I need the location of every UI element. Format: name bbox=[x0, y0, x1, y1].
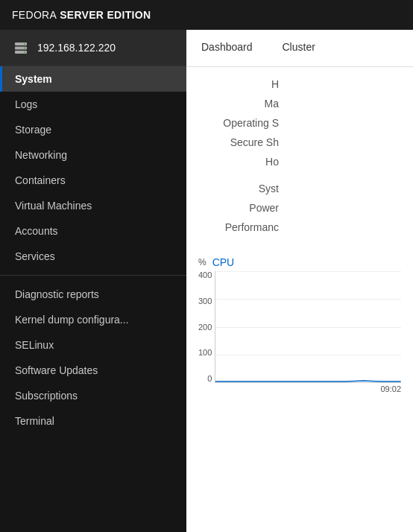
cpu-line-svg bbox=[215, 271, 401, 382]
hostname2-label: Ho bbox=[198, 156, 288, 168]
os-label: Operating S bbox=[198, 117, 288, 129]
sidebar-item-kernel-dump[interactable]: Kernel dump configura... bbox=[0, 307, 186, 332]
sidebar-item-subscriptions[interactable]: Subscriptions bbox=[0, 383, 186, 408]
fedora-text: FEDORA bbox=[12, 9, 57, 21]
sidebar-item-selinux[interactable]: SELinux bbox=[0, 332, 186, 358]
cpu-chart-section: % CPU 400 300 200 100 0 bbox=[186, 249, 413, 393]
system-info-panel: H Ma Operating S Secure Sh Ho bbox=[186, 67, 413, 244]
tab-cluster[interactable]: Cluster bbox=[268, 30, 330, 66]
sidebar-item-software-updates[interactable]: Software Updates bbox=[0, 358, 186, 383]
y-label-100: 100 bbox=[198, 349, 212, 357]
system-label-right: Syst bbox=[198, 183, 288, 194]
x-axis-labels: 09:02 bbox=[198, 384, 401, 393]
svg-point-4 bbox=[24, 48, 25, 49]
top-header: FEDORA SERVER EDITION bbox=[0, 0, 413, 30]
server-selector[interactable]: 192.168.122.220 bbox=[0, 30, 186, 66]
sidebar-item-containers[interactable]: Containers bbox=[0, 168, 186, 193]
info-row-ssh: Secure Sh bbox=[186, 133, 413, 152]
y-axis: 400 300 200 100 0 bbox=[198, 271, 212, 383]
server-edition-text: SERVER EDITION bbox=[60, 9, 151, 21]
y-label-0: 0 bbox=[207, 375, 212, 383]
sidebar-item-storage[interactable]: Storage bbox=[0, 117, 186, 142]
sidebar-item-diagnostic-reports[interactable]: Diagnostic reports bbox=[0, 282, 186, 307]
y-label-300: 300 bbox=[198, 297, 212, 305]
percent-axis-label: % bbox=[198, 257, 206, 267]
y-label-400: 400 bbox=[198, 271, 212, 279]
svg-point-5 bbox=[24, 51, 25, 53]
sidebar-item-system[interactable]: System bbox=[0, 66, 186, 92]
sidebar-item-terminal[interactable]: Terminal bbox=[0, 408, 186, 434]
info-row-power: Power bbox=[186, 198, 413, 218]
sidebar-item-networking[interactable]: Networking bbox=[0, 142, 186, 168]
cpu-chart-wrapper: 400 300 200 100 0 bbox=[198, 271, 401, 383]
sidebar: 192.168.122.220 System Logs Storage Netw… bbox=[0, 30, 186, 532]
content-tabs: Dashboard Cluster bbox=[186, 30, 413, 67]
performance-label: Performanc bbox=[198, 221, 288, 233]
sidebar-item-logs[interactable]: Logs bbox=[0, 92, 186, 117]
info-row-hostname: H bbox=[186, 75, 413, 94]
content-area: Dashboard Cluster H Ma Operating S Secur… bbox=[186, 30, 413, 532]
cpu-chart-area bbox=[215, 271, 401, 383]
server-ip: 192.168.122.220 bbox=[37, 42, 116, 54]
svg-point-3 bbox=[24, 43, 25, 45]
ssh-label: Secure Sh bbox=[198, 136, 288, 148]
info-row-system: Syst bbox=[186, 179, 413, 198]
main-layout: 192.168.122.220 System Logs Storage Netw… bbox=[0, 30, 413, 532]
info-row-hostname2: Ho bbox=[186, 152, 413, 171]
machine-id-label: Ma bbox=[198, 98, 288, 110]
info-row-os: Operating S bbox=[186, 113, 413, 133]
cpu-chart-label: CPU bbox=[212, 256, 235, 268]
sidebar-item-virtual-machines[interactable]: Virtual Machines bbox=[0, 193, 186, 218]
info-row-performance: Performanc bbox=[186, 218, 413, 237]
power-label: Power bbox=[198, 202, 288, 214]
sidebar-item-services[interactable]: Services bbox=[0, 244, 186, 269]
x-label-time: 09:02 bbox=[380, 384, 401, 393]
sidebar-divider bbox=[0, 275, 186, 276]
tab-dashboard[interactable]: Dashboard bbox=[186, 30, 268, 66]
info-row-machine-id: Ma bbox=[186, 94, 413, 113]
cpu-chart-header: % CPU bbox=[198, 256, 401, 268]
server-icon bbox=[12, 39, 30, 57]
hostname-label: H bbox=[198, 78, 288, 90]
y-label-200: 200 bbox=[198, 323, 212, 332]
sidebar-item-accounts[interactable]: Accounts bbox=[0, 218, 186, 244]
